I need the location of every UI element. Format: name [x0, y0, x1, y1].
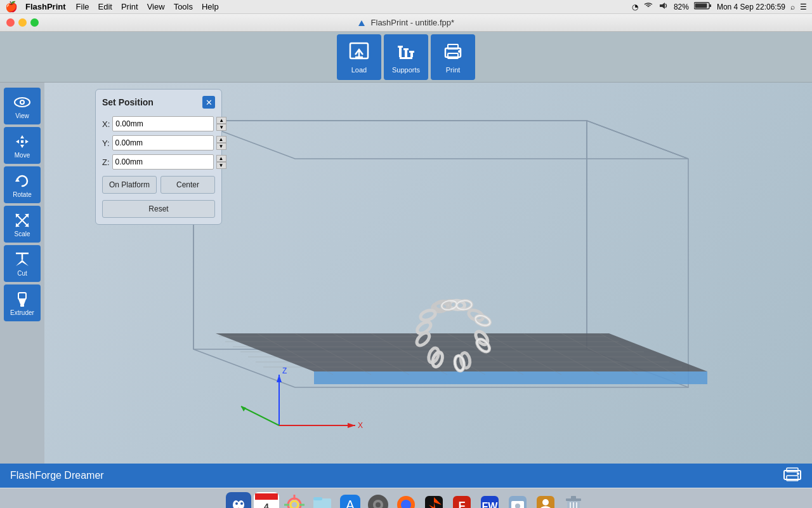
panel-action-buttons: On Platform Center	[102, 176, 215, 194]
svg-marker-89	[277, 375, 282, 382]
viewport[interactable]: Z X Set Position ✕ X: ▲ ▼	[44, 83, 812, 464]
search-icon[interactable]: ⌕	[790, 3, 795, 11]
svg-rect-137	[571, 496, 576, 499]
window-title: FlashPrint - untitle.fpp*	[358, 18, 454, 27]
svg-rect-2	[709, 4, 711, 7]
reset-button[interactable]: Reset	[102, 200, 215, 218]
dock-calendar[interactable]: 4	[254, 492, 279, 509]
dock-flashprint[interactable]	[421, 492, 447, 509]
sidebar-rotate-button[interactable]: Rotate	[4, 166, 41, 203]
svg-text:Z: Z	[282, 366, 287, 375]
menubar: 🍎 FlashPrint File Edit Print View Tools …	[0, 0, 812, 14]
dock-contacts[interactable]	[533, 492, 558, 509]
sidebar-cut-button[interactable]: Cut	[4, 245, 41, 282]
x-spinner[interactable]: ▲ ▼	[216, 117, 226, 131]
y-input[interactable]	[112, 135, 214, 150]
move-icon	[13, 133, 31, 150]
svg-line-94	[241, 406, 279, 425]
svg-marker-40	[18, 299, 26, 304]
statusbar: FlashForge Dreamer	[0, 464, 812, 488]
cut-icon	[13, 251, 31, 269]
menu-file[interactable]: File	[76, 2, 89, 11]
svg-rect-14	[409, 51, 414, 53]
center-button[interactable]: Center	[160, 176, 215, 194]
z-spinner[interactable]: ▲ ▼	[216, 155, 226, 169]
svg-marker-42	[193, 121, 587, 349]
wifi-icon	[643, 2, 653, 11]
svg-marker-0	[660, 3, 665, 9]
menu-print[interactable]: Print	[121, 2, 138, 11]
toolbar: Load Supports Print	[0, 32, 812, 83]
svg-point-120	[376, 502, 381, 507]
y-spinner[interactable]: ▲ ▼	[216, 136, 226, 150]
printer-icon	[783, 467, 802, 482]
dock-finder[interactable]	[226, 492, 251, 509]
svg-point-103	[235, 502, 238, 505]
dock-files[interactable]	[310, 492, 335, 509]
sidebar-view-button[interactable]: View	[4, 88, 41, 124]
time-display: Mon 4 Sep 22:06:59	[717, 3, 785, 11]
panel-title: Set Position	[102, 97, 154, 107]
svg-text:4: 4	[264, 502, 269, 509]
svg-marker-27	[15, 178, 20, 182]
menu-view[interactable]: View	[147, 2, 165, 11]
statusbar-right-icon	[783, 467, 802, 485]
dock-photos[interactable]	[282, 492, 307, 509]
svg-marker-25	[25, 140, 29, 144]
z-down-button[interactable]: ▼	[216, 162, 226, 169]
svg-rect-106	[255, 493, 278, 500]
dock-flashforge[interactable]: F	[449, 492, 475, 509]
dock-appstore[interactable]: A	[337, 492, 363, 509]
y-up-button[interactable]: ▲	[216, 136, 226, 143]
panel-close-button[interactable]: ✕	[202, 96, 215, 109]
apple-menu[interactable]: 🍎	[5, 1, 18, 13]
minimize-button[interactable]	[18, 18, 27, 27]
battery-label: 82%	[674, 3, 689, 11]
load-icon	[348, 41, 370, 64]
dock-firefox[interactable]	[393, 492, 419, 509]
y-input-row: Y: ▲ ▼	[102, 135, 215, 150]
dock-flashwire[interactable]: FW	[477, 492, 502, 509]
svg-marker-44	[193, 121, 688, 159]
menu-tools[interactable]: Tools	[174, 2, 193, 11]
dock: 4 A F FW	[0, 488, 812, 508]
close-button[interactable]	[6, 18, 15, 27]
y-label: Y:	[102, 138, 110, 148]
x-input-row: X: ▲ ▼	[102, 116, 215, 131]
sidebar-extruder-button[interactable]: Extruder	[4, 284, 41, 321]
svg-point-133	[542, 499, 549, 505]
menu-edit[interactable]: Edit	[98, 2, 112, 11]
supports-button[interactable]: Supports	[384, 34, 428, 80]
z-up-button[interactable]: ▲	[216, 155, 226, 162]
y-down-button[interactable]: ▼	[216, 143, 226, 150]
svg-point-81	[419, 309, 436, 322]
x-up-button[interactable]: ▲	[216, 117, 226, 124]
load-button[interactable]: Load	[337, 34, 381, 80]
dock-settings[interactable]	[365, 492, 391, 509]
menu-help[interactable]: Help	[202, 2, 219, 11]
dock-photos2[interactable]	[505, 492, 530, 509]
svg-marker-4	[358, 20, 365, 26]
list-icon[interactable]: ☰	[800, 3, 807, 11]
print-button[interactable]: Print	[431, 34, 475, 80]
x-input[interactable]	[112, 116, 214, 131]
svg-point-21	[21, 101, 23, 104]
x-down-button[interactable]: ▼	[216, 124, 226, 131]
svg-rect-8	[400, 57, 412, 59]
svg-point-18	[458, 50, 461, 53]
battery-icon	[694, 2, 712, 11]
dock-trash[interactable]	[561, 492, 586, 509]
supports-icon	[395, 41, 417, 64]
titlebar: FlashPrint - untitle.fpp*	[0, 14, 812, 32]
svg-text:X: X	[358, 421, 363, 430]
window-controls[interactable]	[6, 18, 39, 27]
svg-text:A: A	[346, 498, 355, 509]
sidebar-move-button[interactable]: Move	[4, 127, 41, 164]
sidebar-scale-button[interactable]: Scale	[4, 206, 41, 243]
app-name[interactable]: FlashPrint	[25, 2, 66, 11]
maximize-button[interactable]	[30, 18, 39, 27]
svg-rect-12	[398, 46, 403, 48]
on-platform-button[interactable]: On Platform	[102, 176, 157, 194]
z-input[interactable]	[112, 154, 214, 170]
print-icon	[442, 41, 464, 64]
